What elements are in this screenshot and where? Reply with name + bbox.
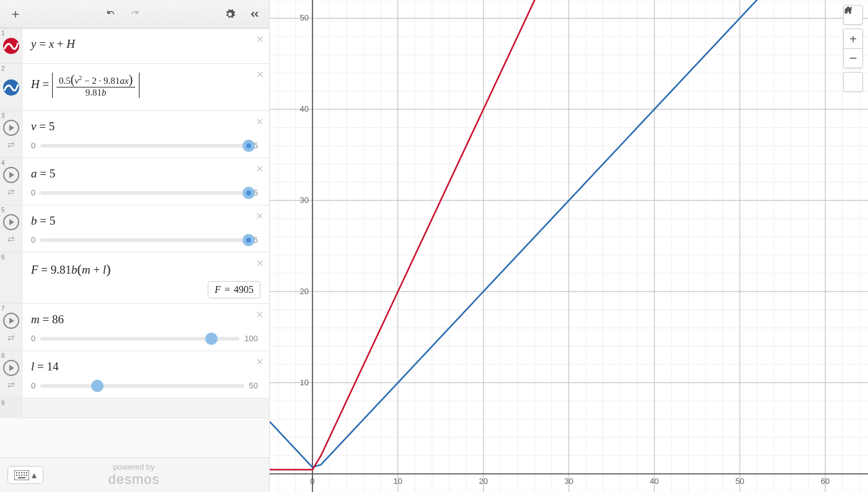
undo-button[interactable] — [100, 4, 122, 25]
zoom-out-button[interactable]: − — [843, 48, 863, 68]
svg-text:60: 60 — [821, 476, 830, 486]
delete-row-button[interactable]: × — [257, 68, 264, 81]
svg-text:30: 30 — [564, 476, 573, 486]
graph-svg: 01020304050601020304050 — [270, 0, 868, 492]
delete-row-button[interactable]: × — [255, 209, 264, 223]
svg-text:50: 50 — [735, 476, 744, 486]
slider-row[interactable]: 5 ⇄ × b = 5 0 5 — [0, 205, 269, 253]
graph-controls: + − — [843, 5, 863, 92]
slider-max[interactable]: 100 — [244, 334, 258, 343]
expression-sidebar: 1 × y = x + H 2 × H = — [0, 0, 270, 492]
svg-text:10: 10 — [394, 476, 402, 486]
svg-rect-3 — [21, 472, 22, 473]
svg-rect-9 — [24, 475, 25, 476]
slider-min[interactable]: 0 — [31, 235, 35, 244]
delete-row-button[interactable]: × — [255, 355, 264, 369]
svg-text:20: 20 — [299, 287, 308, 296]
slider-mode-icon[interactable]: ⇄ — [7, 234, 15, 244]
slider-min[interactable]: 0 — [31, 141, 35, 150]
slider-thumb[interactable] — [242, 234, 255, 246]
zoom-in-button[interactable]: + — [843, 29, 863, 48]
svg-text:20: 20 — [479, 476, 487, 486]
svg-rect-11 — [18, 477, 25, 478]
slider-mode-icon[interactable]: ⇄ — [7, 140, 15, 150]
slider-track[interactable] — [40, 337, 239, 341]
row-number: 2 — [1, 65, 5, 72]
svg-text:10: 10 — [299, 378, 308, 387]
settings-button[interactable] — [219, 4, 241, 25]
computed-value: F=4905 — [208, 281, 260, 298]
slider-track[interactable] — [40, 384, 244, 388]
home-button[interactable] — [843, 72, 863, 92]
chevron-up-icon: ▴ — [32, 469, 37, 481]
keyboard-toggle-button[interactable]: ▴ — [7, 466, 43, 484]
brand-label: powered by desmos — [108, 463, 159, 486]
slider-min[interactable]: 0 — [31, 381, 35, 390]
svg-rect-1 — [16, 472, 17, 473]
slider-mode-icon[interactable]: ⇄ — [7, 380, 15, 390]
svg-rect-8 — [21, 475, 22, 476]
slider-min[interactable]: 0 — [31, 334, 35, 343]
slider-row[interactable]: 7 ⇄ × m = 86 0 100 — [0, 304, 269, 351]
collapse-sidebar-button[interactable] — [243, 4, 264, 25]
slider-min[interactable]: 0 — [31, 188, 35, 197]
redo-button[interactable] — [124, 4, 145, 25]
svg-text:40: 40 — [650, 476, 658, 486]
svg-text:30: 30 — [299, 195, 308, 205]
sidebar-footer: ▴ powered by desmos — [0, 457, 269, 492]
svg-text:40: 40 — [299, 104, 308, 114]
sidebar-toolbar — [0, 0, 269, 29]
svg-rect-2 — [19, 472, 20, 473]
slider-row[interactable]: 3 ⇄ × v = 5 0 5 — [0, 111, 269, 158]
expression-row[interactable]: 6 × F = 9.81b(m + l) F=4905 — [0, 253, 269, 304]
slider-thumb[interactable] — [91, 380, 104, 392]
delete-row-button[interactable]: × — [255, 115, 264, 128]
slider-track[interactable] — [40, 238, 249, 242]
slider-track[interactable] — [40, 191, 249, 195]
svg-text:50: 50 — [299, 13, 308, 22]
row-number: 5 — [1, 207, 5, 213]
expression-list: 1 × y = x + H 2 × H = — [0, 29, 269, 457]
row-number: 4 — [1, 159, 5, 166]
plot-color-icon[interactable] — [3, 38, 19, 54]
play-slider-button[interactable] — [3, 360, 19, 376]
slider-mode-icon[interactable]: ⇄ — [7, 187, 15, 197]
row-number: 1 — [1, 30, 5, 37]
row-number: 9 — [1, 400, 5, 406]
svg-rect-10 — [26, 475, 27, 476]
add-expression-button[interactable] — [5, 4, 26, 25]
row-number: 3 — [1, 112, 5, 119]
delete-row-button[interactable]: × — [257, 32, 264, 46]
svg-rect-6 — [16, 475, 17, 476]
play-slider-button[interactable] — [3, 214, 19, 230]
slider-thumb[interactable] — [205, 333, 218, 345]
slider-thumb[interactable] — [242, 140, 255, 152]
slider-row[interactable]: 4 ⇄ × a = 5 0 5 — [0, 158, 269, 205]
plot-color-icon[interactable] — [3, 79, 19, 96]
delete-row-button[interactable]: × — [255, 308, 264, 321]
slider-thumb[interactable] — [242, 187, 255, 199]
expression-row[interactable]: 2 × H = 0.5(v2 − 2 · 9.81ax) 9.81b — [0, 64, 269, 111]
slider-track[interactable] — [40, 144, 249, 148]
expression-row[interactable]: 1 × y = x + H — [0, 29, 269, 64]
play-slider-button[interactable] — [3, 167, 19, 183]
svg-rect-7 — [19, 475, 20, 476]
delete-row-button[interactable]: × — [257, 256, 264, 270]
row-number: 6 — [1, 254, 5, 261]
delete-row-button[interactable]: × — [255, 162, 264, 176]
slider-row[interactable]: 8 ⇄ × l = 14 0 50 — [0, 351, 269, 398]
row-number: 7 — [1, 305, 5, 312]
slider-max[interactable]: 50 — [249, 381, 258, 390]
play-slider-button[interactable] — [3, 313, 19, 329]
row-number: 8 — [1, 352, 5, 359]
svg-rect-4 — [24, 472, 25, 473]
svg-rect-5 — [26, 472, 27, 473]
slider-mode-icon[interactable]: ⇄ — [7, 333, 15, 342]
empty-row[interactable]: 9 — [0, 398, 269, 418]
graph-canvas[interactable]: 01020304050601020304050 + − — [270, 0, 868, 492]
play-slider-button[interactable] — [3, 120, 19, 136]
